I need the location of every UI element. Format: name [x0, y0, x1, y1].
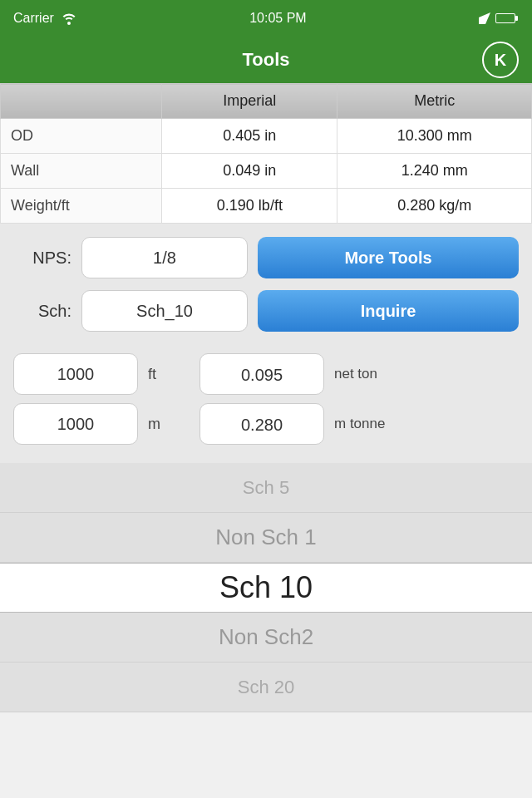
- qty-result-unit: m tonne: [334, 416, 385, 432]
- picker-item[interactable]: Sch 20: [0, 663, 532, 712]
- sch-label: Sch:: [13, 302, 71, 321]
- logo-letter: K: [495, 51, 506, 70]
- table-row: Weight/ft 0.190 lb/ft 0.280 kg/m: [1, 189, 532, 224]
- qty-row: ft 0.095 net ton: [13, 353, 519, 395]
- qty-input[interactable]: [13, 403, 138, 445]
- svg-marker-0: [479, 12, 490, 24]
- header-title: Tools: [242, 49, 289, 71]
- nps-label: NPS:: [13, 249, 71, 268]
- controls-area: NPS: More Tools Sch: Inquire: [0, 224, 532, 350]
- qty-row: m 0.280 m tonne: [13, 403, 519, 445]
- svg-rect-3: [496, 14, 515, 22]
- location-icon: [479, 12, 490, 24]
- picker-item[interactable]: Non Sch2: [0, 613, 532, 663]
- status-right: [479, 12, 519, 24]
- picker-area[interactable]: Sch 5Non Sch 1Sch 10Non Sch2Sch 20: [0, 463, 532, 712]
- svg-rect-2: [515, 16, 518, 21]
- col-header-metric: Metric: [337, 84, 532, 119]
- row-label: OD: [1, 119, 162, 154]
- col-header-label: [1, 84, 162, 119]
- row-label: Wall: [1, 154, 162, 189]
- sch-input[interactable]: [81, 290, 248, 332]
- row-label: Weight/ft: [1, 189, 162, 224]
- table-row: Wall 0.049 in 1.240 mm: [1, 154, 532, 189]
- table-row: OD 0.405 in 10.300 mm: [1, 119, 532, 154]
- picker-item[interactable]: Sch 10: [0, 563, 532, 613]
- qty-result: 0.095: [200, 353, 324, 395]
- row-imperial: 0.049 in: [162, 154, 337, 189]
- row-metric: 1.240 mm: [337, 154, 532, 189]
- battery-icon: [495, 12, 519, 24]
- header-logo[interactable]: K: [482, 42, 519, 78]
- row-metric: 10.300 mm: [337, 119, 532, 154]
- quantity-area: ft 0.095 net ton m 0.280 m tonne: [0, 350, 532, 463]
- col-header-imperial: Imperial: [162, 84, 337, 119]
- carrier-label: Carrier: [13, 11, 54, 26]
- more-tools-button[interactable]: More Tools: [258, 237, 519, 278]
- picker-item[interactable]: Non Sch 1: [0, 513, 532, 563]
- nps-row: NPS: More Tools: [13, 237, 519, 278]
- row-imperial: 0.190 lb/ft: [162, 189, 337, 224]
- status-left: Carrier: [13, 11, 77, 26]
- qty-result-unit: net ton: [334, 366, 377, 382]
- qty-input[interactable]: [13, 353, 138, 395]
- row-imperial: 0.405 in: [162, 119, 337, 154]
- status-time: 10:05 PM: [249, 11, 306, 26]
- row-metric: 0.280 kg/m: [337, 189, 532, 224]
- inquire-button[interactable]: Inquire: [258, 290, 519, 332]
- app-header: Tools K: [0, 37, 532, 83]
- sch-row: Sch: Inquire: [13, 290, 519, 332]
- wifi-icon: [61, 12, 77, 25]
- qty-result: 0.280: [200, 403, 324, 445]
- picker-item[interactable]: Sch 5: [0, 463, 532, 513]
- qty-unit: ft: [148, 366, 190, 383]
- data-table: Imperial Metric OD 0.405 in 10.300 mm Wa…: [0, 83, 532, 224]
- qty-unit: m: [148, 416, 190, 433]
- status-bar: Carrier 10:05 PM: [0, 0, 532, 37]
- nps-input[interactable]: [81, 237, 248, 278]
